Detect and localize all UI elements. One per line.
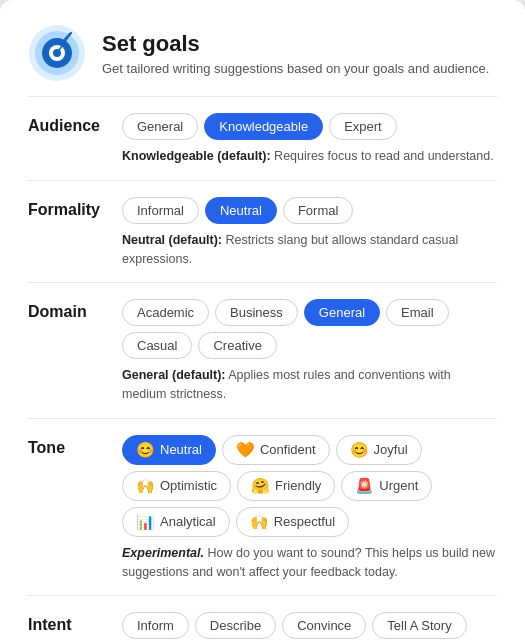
tone-chip-urgent-label: Urgent <box>379 478 418 493</box>
audience-desc-text: Requires focus to read and understand. <box>271 149 494 163</box>
confident-emoji: 🧡 <box>236 441 255 459</box>
formality-label: Formality <box>28 195 106 219</box>
divider-3 <box>28 282 497 283</box>
tone-chip-analytical-label: Analytical <box>160 514 216 529</box>
tone-row: Tone 😊 Neutral 🧡 Confident 😊 Joyful 🙌 Op… <box>28 433 497 537</box>
intent-row: Intent Inform Describe Convince Tell A S… <box>28 610 497 639</box>
tone-label: Tone <box>28 433 106 457</box>
tone-desc: Experimental. How do you want to sound? … <box>28 544 497 582</box>
optimistic-emoji: 🙌 <box>136 477 155 495</box>
modal-title: Set goals <box>102 31 489 57</box>
intent-chip-inform[interactable]: Inform <box>122 612 189 639</box>
neutral-emoji: 😊 <box>136 441 155 459</box>
formality-chips: Informal Neutral Formal <box>122 195 353 224</box>
analytical-emoji: 📊 <box>136 513 155 531</box>
tone-chip-friendly-label: Friendly <box>275 478 321 493</box>
domain-chip-academic[interactable]: Academic <box>122 299 209 326</box>
intent-chip-describe[interactable]: Describe <box>195 612 276 639</box>
divider-5 <box>28 595 497 596</box>
header-text: Set goals Get tailored writing suggestio… <box>102 31 489 76</box>
audience-chip-general[interactable]: General <box>122 113 198 140</box>
tone-chip-confident-label: Confident <box>260 442 316 457</box>
respectful-emoji: 🙌 <box>250 513 269 531</box>
friendly-emoji: 🤗 <box>251 477 270 495</box>
audience-chips: General Knowledgeable Expert <box>122 111 397 140</box>
formality-chip-informal[interactable]: Informal <box>122 197 199 224</box>
domain-desc: General (default): Applies most rules an… <box>28 366 497 404</box>
audience-desc: Knowledgeable (default): Requires focus … <box>28 147 497 166</box>
tone-chip-joyful[interactable]: 😊 Joyful <box>336 435 422 465</box>
intent-label: Intent <box>28 610 106 634</box>
domain-label: Domain <box>28 297 106 321</box>
divider-1 <box>28 96 497 97</box>
domain-chip-business[interactable]: Business <box>215 299 298 326</box>
formality-desc-bold: Neutral (default): <box>122 233 222 247</box>
audience-label: Audience <box>28 111 106 135</box>
audience-row: Audience General Knowledgeable Expert <box>28 111 497 140</box>
modal-body: Set goals Get tailored writing suggestio… <box>0 0 525 640</box>
audience-desc-bold: Knowledgeable (default): <box>122 149 271 163</box>
tone-chip-optimistic-label: Optimistic <box>160 478 217 493</box>
domain-chip-email[interactable]: Email <box>386 299 449 326</box>
divider-4 <box>28 418 497 419</box>
domain-chip-general[interactable]: General <box>304 299 380 326</box>
formality-chip-neutral[interactable]: Neutral <box>205 197 277 224</box>
tone-chip-joyful-label: Joyful <box>374 442 408 457</box>
set-goals-modal: Set goals Get tailored writing suggestio… <box>0 0 525 640</box>
tone-chip-respectful[interactable]: 🙌 Respectful <box>236 507 349 537</box>
domain-desc-bold: General (default): <box>122 368 226 382</box>
tone-chip-confident[interactable]: 🧡 Confident <box>222 435 330 465</box>
tone-chip-respectful-label: Respectful <box>274 514 335 529</box>
formality-row: Formality Informal Neutral Formal <box>28 195 497 224</box>
formality-chip-formal[interactable]: Formal <box>283 197 353 224</box>
tone-chips: 😊 Neutral 🧡 Confident 😊 Joyful 🙌 Optimis… <box>122 433 497 537</box>
audience-chip-knowledgeable[interactable]: Knowledgeable <box>204 113 323 140</box>
divider-2 <box>28 180 497 181</box>
modal-subtitle: Get tailored writing suggestions based o… <box>102 61 489 76</box>
tone-experimental-label: Experimental. <box>122 546 204 560</box>
tone-chip-neutral-label: Neutral <box>160 442 202 457</box>
goals-icon <box>28 24 86 82</box>
tone-chip-neutral[interactable]: 😊 Neutral <box>122 435 216 465</box>
intent-chips: Inform Describe Convince Tell A Story <box>122 610 467 639</box>
urgent-emoji: 🚨 <box>355 477 374 495</box>
domain-chip-casual[interactable]: Casual <box>122 332 192 359</box>
audience-chip-expert[interactable]: Expert <box>329 113 397 140</box>
formality-desc: Neutral (default): Restricts slang but a… <box>28 231 497 269</box>
intent-chip-convince[interactable]: Convince <box>282 612 366 639</box>
joyful-emoji: 😊 <box>350 441 369 459</box>
domain-chip-creative[interactable]: Creative <box>198 332 276 359</box>
domain-row: Domain Academic Business General Email C… <box>28 297 497 359</box>
domain-chips: Academic Business General Email Casual C… <box>122 297 497 359</box>
tone-chip-friendly[interactable]: 🤗 Friendly <box>237 471 335 501</box>
tone-chip-analytical[interactable]: 📊 Analytical <box>122 507 230 537</box>
intent-chip-tell-a-story[interactable]: Tell A Story <box>372 612 466 639</box>
tone-chip-optimistic[interactable]: 🙌 Optimistic <box>122 471 231 501</box>
modal-header: Set goals Get tailored writing suggestio… <box>28 24 497 82</box>
tone-chip-urgent[interactable]: 🚨 Urgent <box>341 471 432 501</box>
